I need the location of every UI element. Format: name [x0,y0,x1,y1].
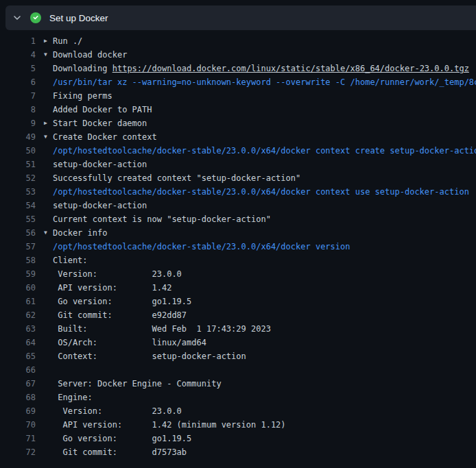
log-line-number[interactable]: 59 [0,267,36,281]
log-url-link[interactable]: https://download.docker.com/linux/static… [112,64,469,73]
log-line: 62 Git commit: e92dd87 [0,308,476,322]
log-line-number[interactable]: 67 [0,377,36,391]
log-line: 1▶Run ./ [0,34,476,48]
log-text: Current context is now "setup-docker-act… [53,212,476,226]
log-text: setup-docker-action [53,199,476,212]
log-line-number[interactable]: 1 [0,34,36,48]
log-line-number[interactable]: 51 [0,158,36,171]
log-line-number[interactable]: 8 [0,103,36,116]
log-line-number[interactable]: 4 [0,48,36,62]
group-title: Run ./ [53,34,476,48]
log-line: 67 Server: Docker Engine - Community [0,377,476,391]
log-line-number[interactable]: 50 [0,144,36,158]
log-line: 54setup-docker-action [0,199,476,212]
log-line: 72 Git commit: d7573ab [0,445,476,459]
log-text: /usr/bin/tar xz --warning=no-unknown-key… [53,75,476,89]
log-line: 59 Version: 23.0.0 [0,267,476,281]
log-text: API version: 1.42 (minimum version 1.12) [53,418,476,432]
log-text: API version: 1.42 [53,281,476,295]
chevron-down-icon[interactable] [12,14,22,22]
log-line: 6/usr/bin/tar xz --warning=no-unknown-ke… [0,75,476,89]
log-line-number[interactable]: 52 [0,171,36,185]
log-line-number[interactable]: 60 [0,281,36,295]
log-line-number[interactable]: 53 [0,185,36,199]
log-line: 50/opt/hostedtoolcache/docker-stable/23.… [0,144,476,158]
group-title: Create Docker context [53,130,476,144]
log-line-number[interactable]: 54 [0,199,36,212]
triangle-right-icon[interactable]: ▶ [44,34,53,48]
log-line: 63 Built: Wed Feb 1 17:43:29 2023 [0,322,476,336]
log-text: Server: Docker Engine - Community [53,377,476,391]
log-line: 66 [0,363,476,377]
log-text: Successfully created context "setup-dock… [53,171,476,185]
log-text: /opt/hostedtoolcache/docker-stable/23.0.… [53,240,476,254]
log-line: 68 Engine: [0,391,476,404]
check-circle-icon [30,12,41,23]
log-line: 64 OS/Arch: linux/amd64 [0,336,476,349]
log-line-number[interactable]: 65 [0,349,36,363]
log-text: Downloading https://download.docker.com/… [53,62,476,75]
log-line-number[interactable]: 56 [0,226,36,240]
log-line-number[interactable]: 72 [0,445,36,459]
log-text: Git commit: d7573ab [53,445,476,459]
log-line-number[interactable]: 57 [0,240,36,254]
log-text: Go version: go1.19.5 [53,295,476,308]
log-text: Git commit: e92dd87 [53,308,476,322]
log-line: 65 Context: setup-docker-action [0,349,476,363]
triangle-right-icon[interactable]: ▶ [44,116,53,130]
log-line-number[interactable]: 66 [0,363,36,377]
log-line: 61 Go version: go1.19.5 [0,295,476,308]
triangle-down-icon[interactable]: ▼ [44,130,53,144]
log-text: Context: setup-docker-action [53,349,476,363]
triangle-down-icon[interactable]: ▼ [44,226,53,240]
log-line: 5Downloading https://download.docker.com… [0,62,476,75]
triangle-down-icon[interactable]: ▼ [44,48,53,62]
log-line: 55Current context is now "setup-docker-a… [0,212,476,226]
log-line: 53/opt/hostedtoolcache/docker-stable/23.… [0,185,476,199]
log-text: Engine: [53,391,476,404]
log-line-number[interactable]: 70 [0,418,36,432]
log-line-number[interactable]: 49 [0,130,36,144]
log-line-number[interactable]: 5 [0,62,36,75]
log-text: setup-docker-action [53,158,476,171]
log-line: 7Fixing perms [0,89,476,103]
log-text: /opt/hostedtoolcache/docker-stable/23.0.… [53,185,476,199]
log-text: Go version: go1.19.5 [53,432,476,445]
log-line-number[interactable]: 68 [0,391,36,404]
log-line-number[interactable]: 64 [0,336,36,349]
log-line: 60 API version: 1.42 [0,281,476,295]
group-title: Download docker [53,48,476,62]
log-text: /opt/hostedtoolcache/docker-stable/23.0.… [53,144,476,158]
log-line: 8Added Docker to PATH [0,103,476,116]
log-text: Added Docker to PATH [53,103,476,116]
log-line: 52Successfully created context "setup-do… [0,171,476,185]
log-text: Built: Wed Feb 1 17:43:29 2023 [53,322,476,336]
log-line-number[interactable]: 58 [0,254,36,267]
log-line: 56▼Docker info [0,226,476,240]
log-line: 57/opt/hostedtoolcache/docker-stable/23.… [0,240,476,254]
log-line-number[interactable]: 55 [0,212,36,226]
log-line-number[interactable]: 61 [0,295,36,308]
log-line-number[interactable]: 6 [0,75,36,89]
log-line: 49▼Create Docker context [0,130,476,144]
log-line-number[interactable]: 71 [0,432,36,445]
step-header[interactable]: Set up Docker [5,5,476,30]
log-line: 71 Go version: go1.19.5 [0,432,476,445]
log-line-number[interactable]: 63 [0,322,36,336]
log-text: Client: [53,254,476,267]
log-line: 4▼Download docker [0,48,476,62]
step-title: Set up Docker [49,13,108,23]
log-line-number[interactable]: 7 [0,89,36,103]
log-line-number[interactable]: 62 [0,308,36,322]
log-line-number[interactable]: 69 [0,404,36,418]
log-line: 9▶Start Docker daemon [0,116,476,130]
log-line: 58Client: [0,254,476,267]
log-line: 69 Version: 23.0.0 [0,404,476,418]
group-title: Start Docker daemon [53,116,476,130]
log-text: Fixing perms [53,89,476,103]
log-text: Version: 23.0.0 [53,267,476,281]
log-line: 51setup-docker-action [0,158,476,171]
log-line-number[interactable]: 9 [0,116,36,130]
group-title: Docker info [53,226,476,240]
log-line: 70 API version: 1.42 (minimum version 1.… [0,418,476,432]
